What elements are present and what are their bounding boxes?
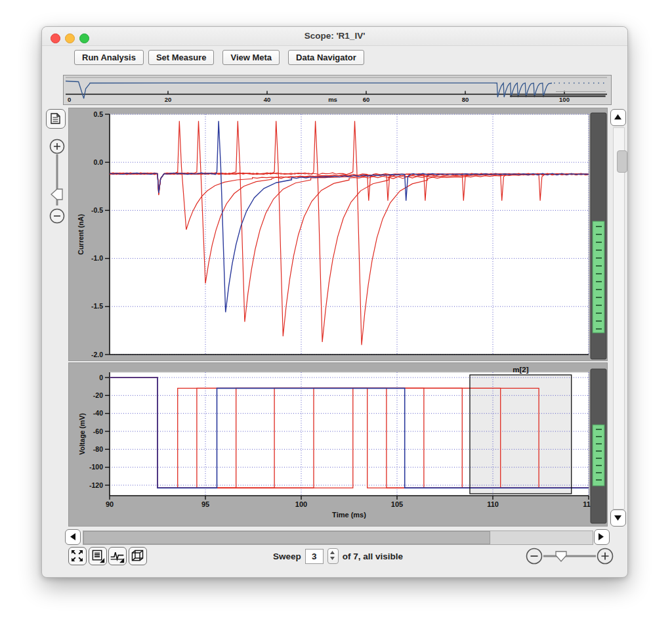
svg-text:110: 110 bbox=[487, 500, 499, 508]
svg-text:ms: ms bbox=[328, 96, 337, 103]
svg-text:-1.5: -1.5 bbox=[91, 302, 103, 310]
current-range-bar[interactable] bbox=[591, 113, 606, 359]
scroll-right-button[interactable] bbox=[594, 529, 610, 545]
svg-text:0: 0 bbox=[68, 96, 71, 103]
svg-text:-120: -120 bbox=[89, 481, 103, 489]
wave-trace-icon bbox=[109, 548, 125, 564]
svg-text:-2.0: -2.0 bbox=[91, 351, 103, 358]
arrow-right-icon bbox=[595, 530, 608, 544]
svg-text:80: 80 bbox=[462, 96, 469, 103]
scroll-up-button[interactable] bbox=[610, 109, 626, 126]
sweep-number-field[interactable]: 3 bbox=[305, 549, 324, 564]
measure-region-label: m[2] bbox=[513, 366, 528, 374]
zoom-in-x-button[interactable] bbox=[598, 549, 613, 564]
zoom-out-x-button[interactable] bbox=[527, 549, 542, 564]
svg-text:-40: -40 bbox=[93, 409, 103, 417]
current-range-thumb[interactable] bbox=[593, 221, 604, 333]
svg-text:-60: -60 bbox=[93, 427, 103, 435]
svg-text:-0.5: -0.5 bbox=[91, 206, 103, 214]
arrow-left-icon bbox=[66, 530, 79, 544]
svg-text:40: 40 bbox=[264, 96, 271, 103]
scroll-left-button[interactable] bbox=[65, 529, 81, 545]
svg-text:0: 0 bbox=[99, 374, 103, 381]
overlay-panes-icon bbox=[129, 548, 146, 564]
voltage-plot-panel[interactable]: 0-20-40-60-80-100-1209095100105110115Tim… bbox=[68, 362, 608, 527]
vertical-scrollbar[interactable] bbox=[610, 109, 626, 527]
window-title: Scope: 'R1_IV' bbox=[42, 31, 627, 41]
sweep-label: Sweep bbox=[273, 551, 301, 561]
svg-text:105: 105 bbox=[391, 500, 403, 508]
trace-view-button[interactable] bbox=[108, 547, 127, 565]
sweep-control: Sweep 3 of 7, all visible bbox=[273, 548, 403, 565]
table-view-button[interactable] bbox=[89, 547, 107, 565]
data-navigator-button[interactable]: Data Navigator bbox=[288, 50, 364, 65]
full-scale-button[interactable] bbox=[68, 547, 87, 565]
vertical-scroll-thumb[interactable] bbox=[617, 150, 627, 173]
plus-icon bbox=[602, 553, 609, 560]
time-axis-label: Time (ms) bbox=[332, 511, 366, 519]
voltage-axis-label: Voltage (mV) bbox=[78, 413, 86, 454]
overview-bg bbox=[64, 76, 611, 104]
svg-text:20: 20 bbox=[165, 96, 172, 103]
zoom-in-y-button[interactable] bbox=[51, 140, 64, 154]
svg-text:-100: -100 bbox=[89, 463, 103, 471]
horizontal-scrollbar[interactable] bbox=[65, 529, 610, 546]
svg-text:-20: -20 bbox=[93, 391, 103, 399]
set-measure-button[interactable]: Set Measure bbox=[148, 50, 215, 65]
notebook-icon bbox=[47, 110, 64, 127]
sweep-stepper[interactable] bbox=[327, 548, 339, 564]
sweep-overview-strip[interactable]: 020406080100ms bbox=[63, 75, 612, 105]
svg-text:-1.0: -1.0 bbox=[91, 254, 103, 262]
view-meta-button[interactable]: View Meta bbox=[222, 50, 280, 65]
scroll-down-button[interactable] bbox=[610, 509, 626, 527]
title-bar[interactable]: Scope: 'R1_IV' bbox=[42, 27, 627, 46]
sweep-count-label: of 7, all visible bbox=[343, 551, 403, 561]
horizontal-scroll-track[interactable] bbox=[83, 530, 593, 545]
notebook-button[interactable] bbox=[46, 109, 66, 129]
current-plot-area[interactable] bbox=[110, 114, 589, 355]
voltage-range-thumb[interactable] bbox=[593, 425, 604, 486]
stepper-arrows-icon bbox=[328, 549, 337, 562]
table-list-icon bbox=[89, 548, 106, 564]
vertical-zoom-slider[interactable] bbox=[49, 139, 66, 228]
svg-text:0.5: 0.5 bbox=[93, 110, 103, 118]
slider-thumb[interactable] bbox=[556, 551, 566, 561]
arrow-up-icon bbox=[611, 110, 625, 125]
svg-text:100: 100 bbox=[295, 500, 307, 508]
zoom-out-y-button[interactable] bbox=[51, 209, 64, 223]
run-analysis-button[interactable]: Run Analysis bbox=[74, 50, 144, 65]
scope-window: Scope: 'R1_IV' Run Analysis Set Measure … bbox=[41, 26, 628, 578]
horizontal-scroll-thumb[interactable] bbox=[83, 531, 490, 544]
toolbar: Run Analysis Set Measure View Meta Data … bbox=[74, 50, 364, 66]
svg-text:60: 60 bbox=[363, 96, 370, 103]
svg-text:-80: -80 bbox=[93, 445, 103, 453]
vertical-scroll-track[interactable] bbox=[613, 127, 625, 509]
svg-text:0.0: 0.0 bbox=[93, 158, 103, 166]
svg-text:95: 95 bbox=[201, 500, 209, 508]
horizontal-zoom-slider[interactable] bbox=[525, 547, 614, 565]
current-axis-label: Current (nA) bbox=[77, 214, 85, 255]
channel-layout-button[interactable] bbox=[129, 547, 147, 565]
arrow-down-icon bbox=[611, 510, 625, 525]
slider-thumb[interactable] bbox=[51, 189, 62, 200]
svg-text:90: 90 bbox=[106, 500, 114, 508]
voltage-range-bar[interactable] bbox=[591, 369, 606, 523]
current-plot-panel[interactable]: 0.50.0-0.5-1.0-1.5-2.0Current (nA) bbox=[68, 108, 608, 361]
expand-arrows-icon bbox=[69, 548, 85, 564]
measure-region-fill[interactable] bbox=[470, 375, 572, 494]
